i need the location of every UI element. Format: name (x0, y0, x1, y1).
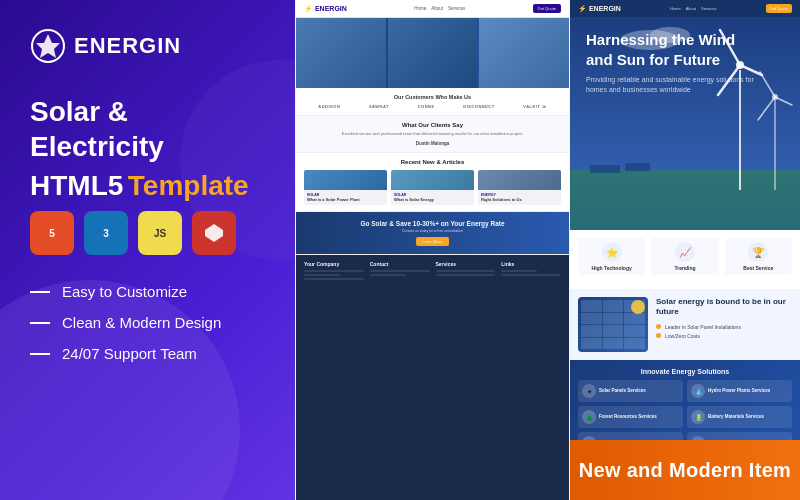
svg-rect-17 (625, 163, 650, 171)
feature-card-2: 📈 Trending (651, 238, 718, 275)
preview-inner: ⚡ ENERGIN Home About Services Get Quote … (296, 0, 569, 500)
feature-item-3: 24/07 Support Team (30, 345, 265, 362)
hero-img-3 (479, 18, 569, 88)
feature-icon-2: 📈 (675, 242, 695, 262)
article-card-3: ENERGY Right Solutions to Us (478, 170, 561, 205)
feature-card-1: ⭐ High Technology (578, 238, 645, 275)
customers-title: Our Customers Who Make Us (304, 94, 561, 100)
customer-logo-3: CONNE (418, 104, 435, 109)
headline: Solar & Electricity HTML5 Template (30, 94, 265, 203)
right-features: ⭐ High Technology 📈 Trending 🏆 Best Serv… (570, 230, 800, 289)
preview-cta-btn: Get Quote (533, 4, 561, 13)
customer-logo-5: VALKIT ≫ (523, 104, 546, 109)
ruby-diamond-icon (203, 222, 225, 244)
article-img-2 (391, 170, 474, 190)
feature-icon-3: 🏆 (748, 242, 768, 262)
customer-logo-1: ADDISON (318, 104, 340, 109)
service-icon-1: ☀ (582, 384, 596, 398)
feature-dash-1 (30, 291, 50, 293)
services-title: Innovate Energy Solutions (578, 368, 792, 375)
svg-marker-1 (205, 224, 223, 242)
footer-col-2: Contact (370, 261, 430, 282)
right-preview-links: Home About Services (670, 6, 716, 11)
preview-hero-images (296, 18, 569, 88)
testimonial-author: Dustin Malonga (306, 141, 559, 146)
right-panel: ⚡ ENERGIN Home About Services Get Quote … (570, 0, 800, 500)
feature-dash-3 (30, 353, 50, 355)
right-solar-section: Solar energy is bound to be in our futur… (570, 289, 800, 360)
cta-btn: Learn More (416, 237, 448, 246)
customer-logo-2: SAWHAT (369, 104, 389, 109)
right-features-grid: ⭐ High Technology 📈 Trending 🏆 Best Serv… (578, 238, 792, 275)
cta-sub: Contact us today for a free consultation (306, 229, 559, 233)
new-item-badge: New and Modern Item (570, 440, 800, 500)
left-panel: ENERGIN Solar & Electricity HTML5 Templa… (0, 0, 295, 500)
customer-logos-row: ADDISON SAWHAT CONNE DISCONNECT VALKIT ≫ (304, 104, 561, 109)
preview-cta: Go Solar & Save 10-30%+ on Your Energy R… (296, 212, 569, 255)
svg-rect-16 (590, 165, 620, 173)
solar-panel-image (578, 297, 648, 352)
cta-title: Go Solar & Save 10-30%+ on Your Energy R… (306, 220, 559, 227)
right-hero-title: Harnessing the Wind and Sun for Future (586, 30, 746, 69)
articles-title: Recent New & Articles (304, 159, 561, 165)
service-icon-2: 💧 (691, 384, 705, 398)
feature-icon-1: ⭐ (602, 242, 622, 262)
hero-img-1 (296, 18, 386, 88)
logo-icon (30, 28, 66, 64)
service-card-4: 🔋 Battery Materials Services (687, 406, 792, 428)
center-preview: ⚡ ENERGIN Home About Services Get Quote … (295, 0, 570, 500)
right-hero-content: Harnessing the Wind and Sun for Future P… (570, 14, 800, 111)
service-card-1: ☀ Solar Panels Services (578, 380, 683, 402)
footer-col-1: Your Company (304, 261, 364, 282)
right-preview-logo: ⚡ ENERGIN (578, 5, 621, 13)
footer-col-4: Links (501, 261, 561, 282)
customer-logo-4: DISCONNECT (463, 104, 494, 109)
preview-customers: Our Customers Who Make Us ADDISON SAWHAT… (296, 88, 569, 116)
logo-area[interactable]: ENERGIN (30, 28, 265, 64)
right-preview-cta: Get Quote (766, 4, 792, 13)
preview-navbar: ⚡ ENERGIN Home About Services Get Quote (296, 0, 569, 18)
feature-item-2: Clean & Modern Design (30, 314, 265, 331)
logo-text: ENERGIN (74, 33, 181, 59)
badge-html: 5 (30, 211, 74, 255)
solar-feature-1: Leader in Solar Panel Installations (656, 324, 792, 330)
service-card-2: 💧 Hydro Power Plants Services (687, 380, 792, 402)
article-card-2: SOLAR What is Solar Energy (391, 170, 474, 205)
headline-template-word: Template (128, 170, 249, 201)
headline-line1: Solar & Electricity (30, 94, 265, 164)
feature-item-1: Easy to Customize (30, 283, 265, 300)
feature-dash-2 (30, 322, 50, 324)
badge-ruby (192, 211, 236, 255)
preview-logo: ⚡ ENERGIN (304, 5, 347, 13)
right-hero: ⚡ ENERGIN Home About Services Get Quote … (570, 0, 800, 230)
solar-content: Solar energy is bound to be in our futur… (656, 297, 792, 342)
article-card-1: SOLAR What is a Solar Power Plant (304, 170, 387, 205)
service-icon-3: 🌲 (582, 410, 596, 424)
articles-grid: SOLAR What is a Solar Power Plant SOLAR … (304, 170, 561, 205)
hero-img-2 (388, 18, 478, 88)
service-card-3: 🌲 Forest Resources Services (578, 406, 683, 428)
solar-dot-1 (656, 324, 661, 329)
solar-dot-2 (656, 333, 661, 338)
preview-footer: Your Company Contact Services Links (296, 255, 569, 500)
article-img-3 (478, 170, 561, 190)
svg-rect-3 (570, 170, 800, 230)
footer-col-3: Services (436, 261, 496, 282)
feature-card-3: 🏆 Best Service (725, 238, 792, 275)
preview-articles: Recent New & Articles SOLAR What is a So… (296, 153, 569, 212)
solar-title: Solar energy is bound to be in our futur… (656, 297, 792, 318)
footer-grid: Your Company Contact Services Links (304, 261, 561, 282)
testimonial-text: Excellent service and professional team … (306, 131, 559, 137)
features-list: Easy to Customize Clean & Modern Design … (30, 283, 265, 362)
tech-badges-row: 5 3 JS (30, 211, 265, 255)
preview-nav-links: Home About Services (414, 6, 465, 11)
right-hero-subtitle: Providing reliable and sustainable energ… (586, 75, 766, 95)
headline-line2: HTML5 (30, 170, 123, 201)
solar-feature-2: Low/Zero Costs (656, 333, 792, 339)
service-icon-4: 🔋 (691, 410, 705, 424)
preview-hero (296, 18, 569, 88)
badge-css: 3 (84, 211, 128, 255)
new-item-text: New and Modern Item (579, 459, 791, 482)
article-img-1 (304, 170, 387, 190)
preview-testimonial: What Our Clients Say Excellent service a… (296, 116, 569, 153)
